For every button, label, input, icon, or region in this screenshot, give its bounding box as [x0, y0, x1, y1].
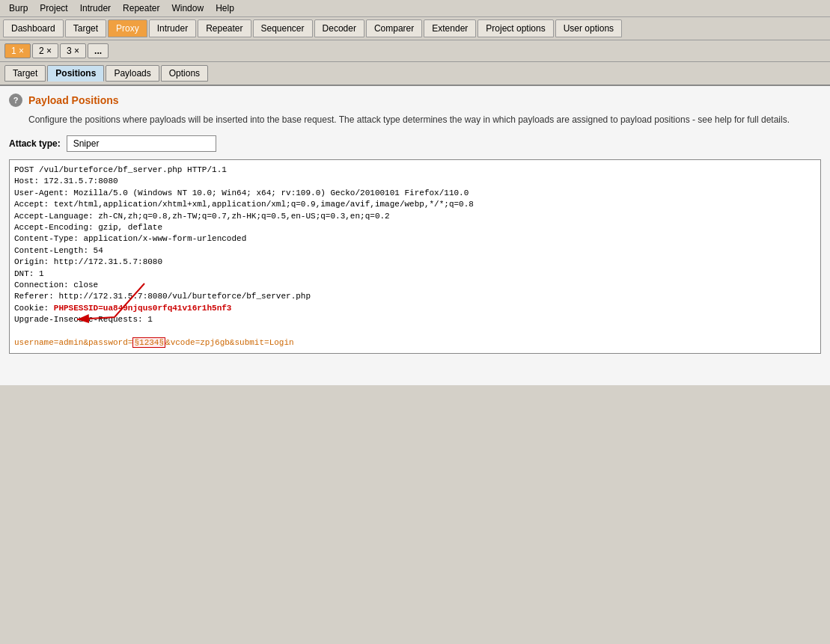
section-help-icon[interactable]: ? [9, 93, 22, 107]
tab-project-options[interactable]: Project options [477, 19, 553, 37]
section-description: Configure the positions where payloads w… [28, 113, 821, 126]
request-box[interactable]: POST /vul/burteforce/bf_server.php HTTP/… [9, 159, 821, 354]
request-line-1: POST /vul/burteforce/bf_server.php HTTP/… [14, 165, 816, 176]
attack-type-dropdown[interactable]: Sniper [67, 135, 216, 152]
request-line-blank [14, 325, 816, 337]
tab-comparer[interactable]: Comparer [366, 19, 422, 37]
section-title: Payload Positions [28, 94, 119, 106]
top-tab-bar: Dashboard Target Proxy Intruder Repeater… [0, 17, 830, 40]
request-line-3: User-Agent: Mozilla/5.0 (Windows NT 10.0… [14, 188, 816, 199]
request-line-5: Accept-Language: zh-CN,zh;q=0.8,zh-TW;q=… [14, 211, 816, 222]
sub-tab-payloads[interactable]: Payloads [106, 65, 159, 82]
tab-proxy[interactable]: Proxy [108, 19, 147, 37]
tab-dashboard[interactable]: Dashboard [3, 19, 64, 37]
request-line-body: username=admin&password=§1234§&vcode=zpj… [14, 337, 816, 349]
request-line-8: Content-Length: 54 [14, 245, 816, 257]
request-line-4: Accept: text/html,application/xhtml+xml,… [14, 199, 816, 210]
request-line-9: Origin: http://172.31.5.7:8080 [14, 257, 816, 268]
tab-sequencer[interactable]: Sequencer [253, 19, 313, 37]
num-tab-1[interactable]: 1 × [4, 43, 31, 58]
tab-repeater[interactable]: Repeater [198, 19, 251, 37]
request-line-12: Referer: http://172.31.5.7:8080/vul/burt… [14, 291, 816, 302]
tab-target[interactable]: Target [65, 19, 106, 37]
tab-extender[interactable]: Extender [424, 19, 476, 37]
main-content: ? Payload Positions Configure the positi… [0, 86, 830, 385]
request-line-14: Upgrade-Insecure-Requests: 1 [14, 314, 816, 325]
num-tab-2[interactable]: 2 × [32, 43, 58, 58]
menu-bar: Burp Project Intruder Repeater Window He… [0, 0, 830, 17]
request-line-11: Connection: close [14, 280, 816, 291]
menu-project[interactable]: Project [34, 1, 73, 15]
sub-tab-options[interactable]: Options [161, 65, 208, 82]
menu-intruder[interactable]: Intruder [74, 1, 117, 15]
menu-window[interactable]: Window [165, 1, 210, 15]
tab-intruder[interactable]: Intruder [149, 19, 196, 37]
request-line-7: Content-Type: application/x-www-form-url… [14, 233, 816, 245]
sub-tab-bar: Target Positions Payloads Options [0, 62, 830, 86]
section-header: ? Payload Positions [9, 93, 821, 107]
tab-decoder[interactable]: Decoder [314, 19, 364, 37]
sub-tab-target[interactable]: Target [4, 65, 46, 82]
menu-help[interactable]: Help [210, 1, 240, 15]
sub-tab-positions[interactable]: Positions [47, 65, 104, 82]
request-line-6: Accept-Encoding: gzip, deflate [14, 222, 816, 233]
attack-type-label: Attack type: [9, 138, 61, 149]
num-tab-more[interactable]: ... [88, 43, 109, 58]
request-line-2: Host: 172.31.5.7:8080 [14, 176, 816, 187]
request-line-10: DNT: 1 [14, 269, 816, 280]
num-tab-3[interactable]: 3 × [60, 43, 86, 58]
number-tab-bar: 1 × 2 × 3 × ... [0, 40, 830, 62]
menu-burp[interactable]: Burp [3, 1, 34, 15]
request-line-13: Cookie: PHPSESSID=ua849njqus0rfq41v16r1h… [14, 303, 816, 314]
menu-repeater[interactable]: Repeater [117, 1, 165, 15]
tab-user-options[interactable]: User options [555, 19, 622, 37]
attack-type-row: Attack type: Sniper [9, 135, 821, 152]
